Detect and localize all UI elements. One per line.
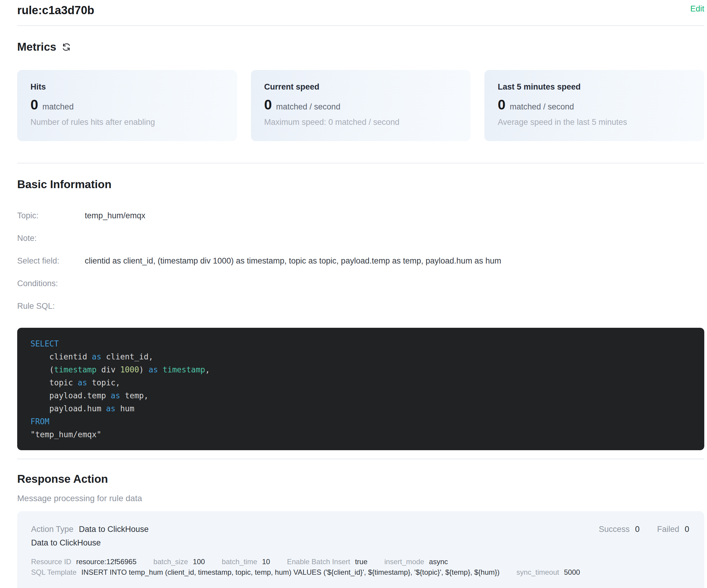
metric-card-unit: matched / second xyxy=(276,102,340,111)
action-stat-value: 0 xyxy=(685,524,689,534)
metric-card-title: Last 5 minutes speed xyxy=(498,82,691,92)
metric-card: Last 5 minutes speed 0 matched / second … xyxy=(484,70,704,141)
response-action-subtitle: Message processing for rule data xyxy=(17,493,704,504)
action-param-value: 10 xyxy=(262,557,270,566)
action-param-label: sync_timeout xyxy=(516,568,559,577)
info-row: Conditions: xyxy=(17,272,704,295)
divider xyxy=(17,163,704,164)
action-param-label: insert_mode xyxy=(384,557,424,566)
page-header: rule:c1a3d70b Edit xyxy=(17,0,704,25)
action-param-label: batch_time xyxy=(222,557,257,566)
action-param-value: true xyxy=(355,557,367,566)
metric-card-description: Number of rules hits after enabling xyxy=(30,117,224,127)
action-param-label: Enable Batch Insert xyxy=(287,557,350,566)
action-param: insert_mode async xyxy=(384,557,448,566)
metric-card-description: Average speed in the last 5 minutes xyxy=(498,117,691,127)
action-param: Enable Batch Insert true xyxy=(287,557,367,566)
action-param: batch_size 100 xyxy=(154,557,205,566)
code-line: SELECT xyxy=(30,338,691,350)
action-param-value: INSERT INTO temp_hum (client_id, timesta… xyxy=(81,568,500,577)
action-param-value: 5000 xyxy=(564,568,580,577)
metrics-heading-row: Metrics xyxy=(17,40,704,54)
action-param: Resource ID resource:12f56965 xyxy=(31,557,137,566)
info-row-label: Conditions: xyxy=(17,279,85,288)
info-row-value: clientid as client_id, (timestamp div 10… xyxy=(85,256,501,266)
action-param: SQL Template INSERT INTO temp_hum (clien… xyxy=(31,568,500,577)
action-stat-value: 0 xyxy=(635,524,639,534)
info-row-label: Note: xyxy=(17,234,85,243)
info-row: Topic: temp_hum/emqx xyxy=(17,204,704,227)
info-row: Select field: clientid as client_id, (ti… xyxy=(17,250,704,272)
action-param-label: Resource ID xyxy=(31,557,71,566)
code-line: FROM xyxy=(30,415,691,428)
basic-information-fields: Topic: temp_hum/emqx Note: Select field:… xyxy=(17,204,704,317)
action-stat: Success 0 xyxy=(599,524,639,534)
code-line: payload.temp as temp, xyxy=(30,389,691,402)
action-type-value: Data to ClickHouse xyxy=(79,524,149,534)
info-row: Rule SQL: xyxy=(17,295,704,317)
action-stats: Success 0 Failed 0 xyxy=(599,524,689,534)
action-type-row: Action Type Data to ClickHouse xyxy=(31,524,149,534)
action-param: batch_time 10 xyxy=(222,557,270,566)
action-stat: Failed 0 xyxy=(657,524,689,534)
action-param-value: resource:12f56965 xyxy=(76,557,136,566)
metric-card-unit: matched xyxy=(42,102,74,111)
refresh-icon[interactable] xyxy=(61,42,71,52)
code-line: clientid as client_id, xyxy=(30,350,691,364)
rule-detail-page: rule:c1a3d70b Edit Metrics Hits 0 matche… xyxy=(0,0,707,588)
metric-card-value: 0 xyxy=(30,97,38,112)
metric-card: Current speed 0 matched / second Maximum… xyxy=(251,70,471,141)
metric-card-value: 0 xyxy=(498,97,506,112)
action-param-label: batch_size xyxy=(154,557,188,566)
metric-card-value-row: 0 matched / second xyxy=(498,97,691,112)
action-name: Data to ClickHouse xyxy=(31,537,691,548)
action-param-label: SQL Template xyxy=(31,568,77,577)
metrics-heading: Metrics xyxy=(17,40,57,54)
action-card-header: Action Type Data to ClickHouse Success 0… xyxy=(31,524,691,534)
action-param-value: async xyxy=(429,557,448,566)
metric-card-title: Hits xyxy=(30,82,224,92)
action-param: sync_timeout 5000 xyxy=(516,568,580,577)
action-type-label: Action Type xyxy=(31,524,74,534)
response-action-heading: Response Action xyxy=(17,473,704,486)
code-line: payload.hum as hum xyxy=(30,402,691,415)
metric-card-value-row: 0 matched / second xyxy=(264,97,458,112)
action-card: Action Type Data to ClickHouse Success 0… xyxy=(17,511,704,588)
info-row: Note: xyxy=(17,227,704,250)
action-param-value: 100 xyxy=(193,557,205,566)
edit-link[interactable]: Edit xyxy=(690,4,704,14)
info-row-label: Rule SQL: xyxy=(17,302,85,311)
info-row-value: temp_hum/emqx xyxy=(85,211,145,220)
metric-card-title: Current speed xyxy=(264,82,458,92)
page-title: rule:c1a3d70b xyxy=(17,3,94,18)
action-stat-label: Success xyxy=(599,524,630,534)
divider xyxy=(17,459,704,459)
action-params-row-2: SQL Template INSERT INTO temp_hum (clien… xyxy=(31,568,691,577)
code-line: "temp_hum/emqx" xyxy=(30,428,691,441)
action-params-row-1: Resource ID resource:12f56965 batch_size… xyxy=(31,557,691,566)
metric-card-unit: matched / second xyxy=(510,102,574,111)
rule-sql-code-block: SELECT clientid as client_id, (timestamp… xyxy=(17,328,704,450)
metric-card: Hits 0 matched Number of rules hits afte… xyxy=(17,70,237,141)
metric-cards: Hits 0 matched Number of rules hits afte… xyxy=(17,70,704,141)
code-line: (timestamp div 1000) as timestamp, xyxy=(30,364,691,376)
code-line: topic as topic, xyxy=(30,376,691,389)
metric-card-description: Maximum speed: 0 matched / second xyxy=(264,117,458,127)
basic-information-heading: Basic Information xyxy=(17,178,704,191)
divider xyxy=(17,25,704,26)
metric-card-value: 0 xyxy=(264,97,272,112)
action-stat-label: Failed xyxy=(657,524,679,534)
metric-card-value-row: 0 matched xyxy=(30,97,224,112)
info-row-label: Select field: xyxy=(17,256,85,266)
info-row-label: Topic: xyxy=(17,211,85,220)
